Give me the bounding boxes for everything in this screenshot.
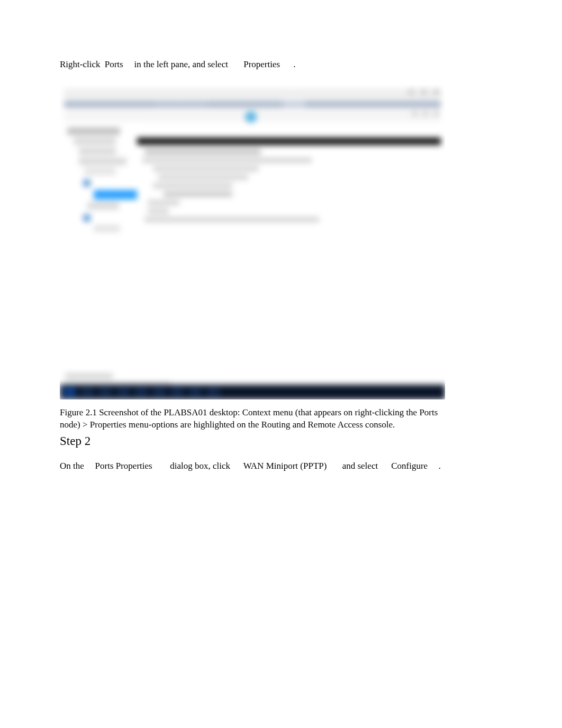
taskbar-item	[117, 387, 130, 397]
text-dialog: dialog box, click	[170, 461, 230, 471]
minimize-icon	[408, 89, 414, 95]
start-button-icon	[63, 387, 76, 397]
maximize-icon	[421, 89, 427, 95]
figure-caption: Figure 2.1 Screenshot of the PLABSA01 de…	[60, 407, 445, 431]
label-properties: Properties	[243, 59, 280, 69]
label-configure: Configure	[391, 461, 428, 471]
step-heading: Step 2	[60, 434, 502, 448]
detail-pane	[137, 146, 441, 373]
taskbar-item	[99, 387, 112, 397]
node-icon	[83, 179, 90, 187]
tree-pane	[63, 125, 137, 373]
text-dot: .	[293, 59, 295, 69]
taskbar-item	[81, 387, 94, 397]
text-rightclick: Right-click	[60, 59, 100, 69]
close-icon	[433, 89, 440, 95]
label-wan-miniport: WAN Miniport (PPTP)	[243, 461, 327, 471]
node-icon	[83, 214, 90, 222]
instruction-step1: Right-click Ports in the left pane, and …	[60, 58, 502, 71]
taskbar-item	[207, 387, 220, 397]
taskbar-item	[135, 387, 148, 397]
label-ports: Ports	[105, 59, 123, 69]
list-header	[137, 138, 441, 145]
text-andselect: and select	[342, 461, 378, 471]
window-controls	[408, 89, 440, 95]
text-onthe: On the	[60, 461, 84, 471]
taskbar-item	[153, 387, 166, 397]
text-mid: in the left pane, and select	[134, 59, 228, 69]
text-dot2: .	[439, 461, 441, 471]
taskbar-item	[189, 387, 202, 397]
refresh-icon	[245, 111, 257, 123]
instruction-step2: On the Ports Properties dialog box, clic…	[60, 460, 502, 472]
figure-screenshot	[60, 85, 445, 399]
taskbar-item	[171, 387, 184, 397]
label-ports-properties: Ports Properties	[95, 461, 152, 471]
taskbar	[60, 385, 445, 399]
